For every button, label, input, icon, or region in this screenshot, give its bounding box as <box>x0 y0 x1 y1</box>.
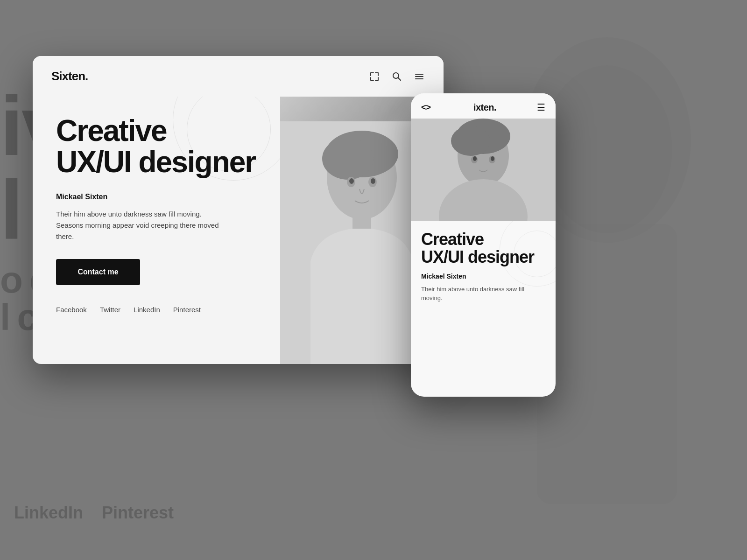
contact-button[interactable]: Contact me <box>56 259 140 285</box>
bg-link-linkedin: LinkedIn <box>14 503 83 523</box>
bg-link-pinterest: Pinterest <box>102 503 174 523</box>
svg-line-4 <box>398 77 401 80</box>
mobile-logo: ixten. <box>473 102 496 113</box>
desktop-nav-icons <box>369 71 425 82</box>
mobile-title-line1: Creative <box>421 230 484 249</box>
mobile-menu-icon[interactable]: ☰ <box>537 102 545 113</box>
menu-icon[interactable] <box>414 71 425 82</box>
mobile-header: <> ixten. ☰ <box>411 93 556 119</box>
mobile-code-icon: <> <box>421 103 431 112</box>
person-illustration-mobile <box>411 119 556 221</box>
mobile-title-line2: UX/UI designer <box>421 247 534 266</box>
search-icon[interactable] <box>391 71 402 82</box>
svg-point-29 <box>491 156 494 161</box>
social-pinterest[interactable]: Pinterest <box>173 306 201 314</box>
hero-title-line1: Creative <box>56 114 167 147</box>
bg-bottom-links: LinkedIn Pinterest <box>14 503 174 523</box>
social-facebook[interactable]: Facebook <box>56 306 87 314</box>
desktop-logo: Sixten. <box>51 69 88 84</box>
hero-title-line2: UX/UI designer <box>56 145 255 179</box>
desktop-content: Creative UX/UI designer Mickael Sixten T… <box>33 97 444 364</box>
desktop-social-links: Facebook Twitter LinkedIn Pinterest <box>56 306 257 314</box>
social-linkedin[interactable]: LinkedIn <box>134 306 160 314</box>
expand-icon[interactable] <box>369 71 380 82</box>
svg-point-18 <box>349 178 354 184</box>
svg-rect-15 <box>352 229 371 364</box>
social-twitter[interactable]: Twitter <box>100 306 120 314</box>
svg-point-28 <box>473 156 477 161</box>
svg-point-12 <box>322 138 374 180</box>
mobile-mockup: <> ixten. ☰ Creative UX <box>411 93 556 397</box>
mobile-author-name: Mickael Sixten <box>421 273 545 280</box>
mobile-content: Creative UX/UI designer Mickael Sixten T… <box>411 221 556 397</box>
desktop-mockup: Sixten. <box>33 56 444 364</box>
desktop-bio: Their him above unto darkness saw fill m… <box>56 209 224 242</box>
desktop-hero-title: Creative UX/UI designer <box>56 115 257 178</box>
svg-rect-13 <box>352 212 371 231</box>
desktop-left-panel: Creative UX/UI designer Mickael Sixten T… <box>33 97 280 364</box>
svg-point-19 <box>371 178 375 184</box>
mobile-hero-title: Creative UX/UI designer <box>421 231 545 266</box>
svg-rect-2 <box>537 224 677 504</box>
desktop-header: Sixten. <box>33 56 444 97</box>
mobile-bio: Their him above unto darkness saw fill m… <box>421 285 545 303</box>
svg-point-1 <box>542 65 672 233</box>
svg-point-23 <box>451 126 490 156</box>
desktop-author-name: Mickael Sixten <box>56 193 257 201</box>
mobile-photo <box>411 119 556 221</box>
